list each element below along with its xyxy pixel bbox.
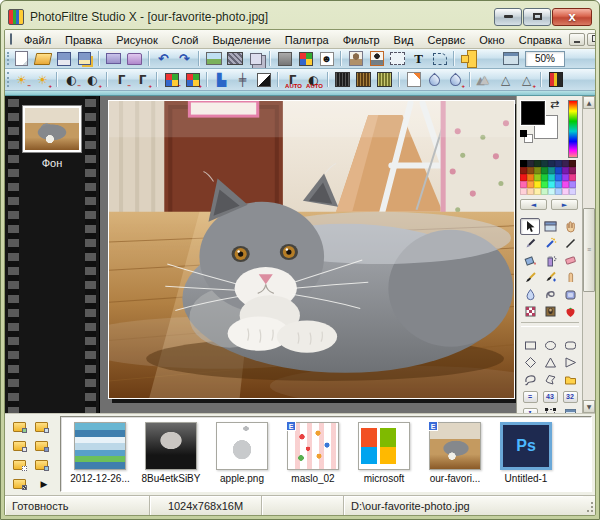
palette-swatch[interactable] (541, 174, 548, 181)
full-preview-icon[interactable] (501, 50, 520, 67)
palette-swatch[interactable] (520, 160, 527, 167)
page-curl-icon[interactable] (404, 71, 423, 88)
eraser-tool[interactable] (560, 252, 580, 269)
relief-plus-icon[interactable]: △ + (517, 71, 536, 88)
thumb-untitled-1[interactable]: Ps Untitled-1 (495, 422, 557, 484)
palette-swatch[interactable] (534, 167, 541, 174)
texture-brown-icon[interactable] (354, 71, 373, 88)
rect-select-tool[interactable] (520, 337, 540, 354)
automation-icon[interactable] (317, 50, 336, 67)
saturation-minus-icon[interactable]: − (162, 71, 181, 88)
save-as-icon[interactable] (75, 50, 94, 67)
palette-swatch[interactable] (555, 188, 562, 195)
palette-next-button[interactable]: ► (551, 199, 578, 210)
palette-swatch[interactable] (555, 167, 562, 174)
histogram-icon[interactable]: ▙ (212, 71, 231, 88)
redo-icon[interactable]: ↷ (175, 50, 194, 67)
roundrect-select-tool[interactable] (560, 337, 580, 354)
ellipse-select-tool[interactable] (540, 337, 560, 354)
menu-item[interactable]: Окно (472, 32, 512, 48)
palette-swatch[interactable] (541, 181, 548, 188)
open-file-icon[interactable] (33, 50, 52, 67)
scrollbar-thumb[interactable]: ≡ (583, 208, 595, 292)
scrollbar-track[interactable]: ≡ (583, 109, 595, 400)
advanced-brush-tool[interactable] (540, 269, 560, 286)
text-tool-icon[interactable]: T (409, 50, 428, 67)
load-selection-tool[interactable] (560, 371, 580, 388)
menu-item[interactable]: Фильтр (336, 32, 387, 48)
save-layer-icon[interactable] (33, 436, 55, 455)
smudge-finger-tool[interactable] (560, 269, 580, 286)
palette-swatch[interactable] (534, 174, 541, 181)
foreground-color-swatch[interactable] (521, 101, 545, 125)
vector-path-icon[interactable] (430, 50, 449, 67)
palette-swatch[interactable] (548, 174, 555, 181)
invert-icon[interactable] (254, 71, 273, 88)
ratio-manual-button[interactable]: = (520, 388, 540, 405)
triangle-select-tool[interactable] (540, 354, 560, 371)
palette-swatch[interactable] (569, 174, 576, 181)
filter-icon[interactable] (467, 71, 473, 88)
thumb-microsoft[interactable]: microsoft (353, 422, 415, 484)
palette-swatch[interactable] (562, 181, 569, 188)
layer-thumbnail[interactable] (22, 105, 82, 153)
palette-swatch[interactable] (562, 160, 569, 167)
save-icon[interactable] (54, 50, 73, 67)
palette-swatch[interactable] (548, 167, 555, 174)
palette-prev-button[interactable]: ◄ (520, 199, 547, 210)
duplicate-image-icon[interactable] (246, 50, 265, 67)
contrast-minus-icon[interactable]: ◐ − (62, 71, 81, 88)
edge-filter-icon[interactable] (546, 71, 565, 88)
menu-item[interactable]: Выделение (205, 32, 277, 48)
hue-strip[interactable] (568, 100, 578, 158)
layer-selection-icon[interactable] (11, 455, 33, 474)
palette-swatch[interactable] (534, 181, 541, 188)
palette-swatch[interactable] (541, 188, 548, 195)
palette-swatch[interactable] (527, 160, 534, 167)
grayscale-icon[interactable] (275, 50, 294, 67)
child-restore-button[interactable] (587, 33, 596, 46)
toolbar-icon[interactable] (96, 50, 102, 67)
scanner-tool[interactable] (540, 218, 560, 235)
portrait-module-icon[interactable] (367, 50, 386, 67)
palette-swatch[interactable] (527, 188, 534, 195)
preview-window-button[interactable] (560, 405, 580, 413)
saturation-plus-icon[interactable]: + (183, 71, 202, 88)
fill-tool[interactable] (520, 252, 540, 269)
minimize-button[interactable] (494, 8, 522, 26)
levels-icon[interactable]: ╪ (233, 71, 252, 88)
pattern-tool[interactable] (520, 303, 540, 320)
photomask-icon[interactable] (346, 50, 365, 67)
palette-swatch[interactable] (527, 174, 534, 181)
blur-plus-icon[interactable]: + (446, 71, 465, 88)
palette-swatch[interactable] (541, 167, 548, 174)
palette-swatch[interactable] (555, 181, 562, 188)
menu-item[interactable]: Файл (17, 32, 58, 48)
toolbar-icon[interactable] (267, 50, 273, 67)
palette-swatch[interactable] (520, 188, 527, 195)
transform-button[interactable] (540, 405, 560, 413)
scan-icon[interactable] (125, 50, 144, 67)
palette-swatch[interactable] (541, 160, 548, 167)
new-layer-icon[interactable] (11, 417, 33, 436)
photo-document[interactable] (108, 100, 515, 399)
menu-item[interactable]: Сервис (421, 32, 473, 48)
blur-drop-tool[interactable] (520, 286, 540, 303)
filter-icon[interactable] (204, 71, 210, 88)
eyedropper-tool[interactable] (520, 235, 540, 252)
browser-expand-button[interactable]: ▶ (33, 474, 55, 493)
thumb-2012-12-26[interactable]: 2012-12-26... (69, 422, 131, 484)
right-triangle-select-tool[interactable] (560, 354, 580, 371)
filter-icon[interactable] (538, 71, 544, 88)
color-count-icon[interactable] (296, 50, 315, 67)
relief-icon[interactable]: △ (496, 71, 515, 88)
thumb-maslo-02[interactable]: E maslo_02 (282, 422, 344, 484)
menu-item[interactable]: Правка (58, 32, 109, 48)
contrast-plus-icon[interactable]: ◐ + (83, 71, 102, 88)
palette-swatch[interactable] (527, 167, 534, 174)
toolbar-icon[interactable] (338, 50, 344, 67)
toolbar-icon[interactable] (451, 50, 457, 67)
undo-icon[interactable]: ↶ (154, 50, 173, 67)
filter-icon[interactable] (104, 71, 110, 88)
smudge-swirl-tool[interactable] (540, 286, 560, 303)
